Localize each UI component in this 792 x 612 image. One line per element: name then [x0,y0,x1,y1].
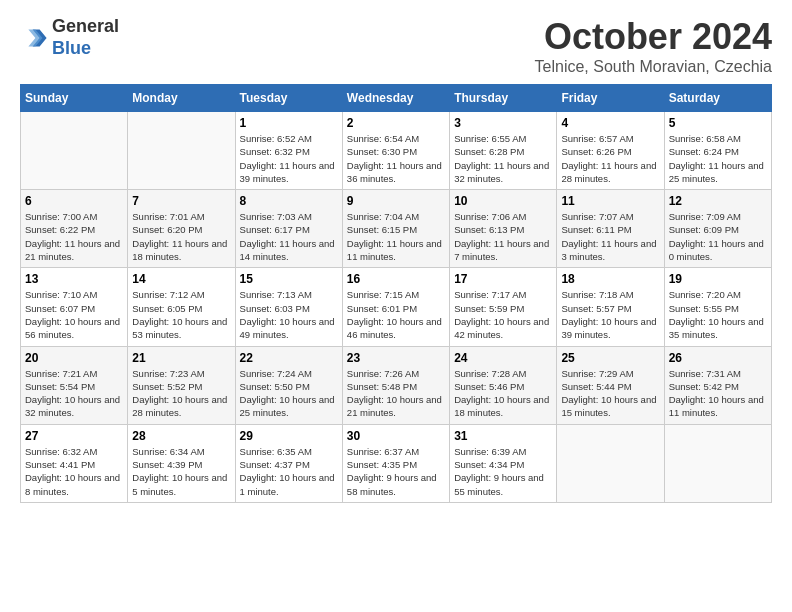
calendar-cell: 29Sunrise: 6:35 AM Sunset: 4:37 PM Dayli… [235,424,342,502]
day-info: Sunrise: 6:55 AM Sunset: 6:28 PM Dayligh… [454,132,552,185]
day-number: 11 [561,194,659,208]
day-info: Sunrise: 7:07 AM Sunset: 6:11 PM Dayligh… [561,210,659,263]
page-container: General Blue October 2024 Telnice, South… [0,0,792,519]
day-info: Sunrise: 7:26 AM Sunset: 5:48 PM Dayligh… [347,367,445,420]
day-info: Sunrise: 6:39 AM Sunset: 4:34 PM Dayligh… [454,445,552,498]
header: General Blue October 2024 Telnice, South… [20,16,772,76]
calendar-cell: 31Sunrise: 6:39 AM Sunset: 4:34 PM Dayli… [450,424,557,502]
calendar-cell: 19Sunrise: 7:20 AM Sunset: 5:55 PM Dayli… [664,268,771,346]
col-sunday: Sunday [21,85,128,112]
calendar-cell: 25Sunrise: 7:29 AM Sunset: 5:44 PM Dayli… [557,346,664,424]
calendar-cell: 5Sunrise: 6:58 AM Sunset: 6:24 PM Daylig… [664,112,771,190]
day-number: 6 [25,194,123,208]
day-info: Sunrise: 7:04 AM Sunset: 6:15 PM Dayligh… [347,210,445,263]
calendar-cell [21,112,128,190]
col-monday: Monday [128,85,235,112]
day-number: 16 [347,272,445,286]
day-info: Sunrise: 7:12 AM Sunset: 6:05 PM Dayligh… [132,288,230,341]
calendar-body: 1Sunrise: 6:52 AM Sunset: 6:32 PM Daylig… [21,112,772,503]
location-subtitle: Telnice, South Moravian, Czechia [535,58,772,76]
col-saturday: Saturday [664,85,771,112]
calendar-cell: 13Sunrise: 7:10 AM Sunset: 6:07 PM Dayli… [21,268,128,346]
day-number: 17 [454,272,552,286]
day-number: 25 [561,351,659,365]
logo-icon [20,24,48,52]
col-friday: Friday [557,85,664,112]
calendar-week-row: 20Sunrise: 7:21 AM Sunset: 5:54 PM Dayli… [21,346,772,424]
calendar-week-row: 6Sunrise: 7:00 AM Sunset: 6:22 PM Daylig… [21,190,772,268]
logo-text: General Blue [52,16,119,59]
day-info: Sunrise: 7:29 AM Sunset: 5:44 PM Dayligh… [561,367,659,420]
day-info: Sunrise: 7:13 AM Sunset: 6:03 PM Dayligh… [240,288,338,341]
day-info: Sunrise: 6:57 AM Sunset: 6:26 PM Dayligh… [561,132,659,185]
day-number: 7 [132,194,230,208]
day-number: 22 [240,351,338,365]
col-tuesday: Tuesday [235,85,342,112]
col-thursday: Thursday [450,85,557,112]
day-info: Sunrise: 7:28 AM Sunset: 5:46 PM Dayligh… [454,367,552,420]
day-info: Sunrise: 6:54 AM Sunset: 6:30 PM Dayligh… [347,132,445,185]
calendar-cell: 26Sunrise: 7:31 AM Sunset: 5:42 PM Dayli… [664,346,771,424]
day-number: 31 [454,429,552,443]
day-info: Sunrise: 7:21 AM Sunset: 5:54 PM Dayligh… [25,367,123,420]
calendar-cell [557,424,664,502]
day-number: 19 [669,272,767,286]
day-number: 21 [132,351,230,365]
calendar-cell: 30Sunrise: 6:37 AM Sunset: 4:35 PM Dayli… [342,424,449,502]
day-number: 23 [347,351,445,365]
calendar-cell: 27Sunrise: 6:32 AM Sunset: 4:41 PM Dayli… [21,424,128,502]
day-number: 29 [240,429,338,443]
calendar-cell: 8Sunrise: 7:03 AM Sunset: 6:17 PM Daylig… [235,190,342,268]
calendar-cell: 7Sunrise: 7:01 AM Sunset: 6:20 PM Daylig… [128,190,235,268]
day-number: 15 [240,272,338,286]
day-info: Sunrise: 7:03 AM Sunset: 6:17 PM Dayligh… [240,210,338,263]
day-info: Sunrise: 7:06 AM Sunset: 6:13 PM Dayligh… [454,210,552,263]
day-number: 24 [454,351,552,365]
day-number: 26 [669,351,767,365]
day-info: Sunrise: 7:00 AM Sunset: 6:22 PM Dayligh… [25,210,123,263]
day-number: 5 [669,116,767,130]
day-info: Sunrise: 6:32 AM Sunset: 4:41 PM Dayligh… [25,445,123,498]
calendar-cell: 12Sunrise: 7:09 AM Sunset: 6:09 PM Dayli… [664,190,771,268]
calendar-cell: 18Sunrise: 7:18 AM Sunset: 5:57 PM Dayli… [557,268,664,346]
calendar-cell [128,112,235,190]
title-block: October 2024 Telnice, South Moravian, Cz… [535,16,772,76]
calendar-cell: 11Sunrise: 7:07 AM Sunset: 6:11 PM Dayli… [557,190,664,268]
calendar-cell: 2Sunrise: 6:54 AM Sunset: 6:30 PM Daylig… [342,112,449,190]
day-info: Sunrise: 7:23 AM Sunset: 5:52 PM Dayligh… [132,367,230,420]
calendar-cell: 6Sunrise: 7:00 AM Sunset: 6:22 PM Daylig… [21,190,128,268]
day-number: 3 [454,116,552,130]
day-info: Sunrise: 6:52 AM Sunset: 6:32 PM Dayligh… [240,132,338,185]
calendar-cell: 3Sunrise: 6:55 AM Sunset: 6:28 PM Daylig… [450,112,557,190]
day-info: Sunrise: 7:01 AM Sunset: 6:20 PM Dayligh… [132,210,230,263]
day-number: 18 [561,272,659,286]
day-info: Sunrise: 7:20 AM Sunset: 5:55 PM Dayligh… [669,288,767,341]
calendar-week-row: 1Sunrise: 6:52 AM Sunset: 6:32 PM Daylig… [21,112,772,190]
day-number: 10 [454,194,552,208]
day-info: Sunrise: 7:09 AM Sunset: 6:09 PM Dayligh… [669,210,767,263]
day-number: 30 [347,429,445,443]
calendar-cell: 1Sunrise: 6:52 AM Sunset: 6:32 PM Daylig… [235,112,342,190]
day-info: Sunrise: 6:34 AM Sunset: 4:39 PM Dayligh… [132,445,230,498]
calendar-week-row: 13Sunrise: 7:10 AM Sunset: 6:07 PM Dayli… [21,268,772,346]
calendar-cell: 16Sunrise: 7:15 AM Sunset: 6:01 PM Dayli… [342,268,449,346]
calendar-cell: 15Sunrise: 7:13 AM Sunset: 6:03 PM Dayli… [235,268,342,346]
calendar-week-row: 27Sunrise: 6:32 AM Sunset: 4:41 PM Dayli… [21,424,772,502]
calendar-cell: 14Sunrise: 7:12 AM Sunset: 6:05 PM Dayli… [128,268,235,346]
day-info: Sunrise: 7:31 AM Sunset: 5:42 PM Dayligh… [669,367,767,420]
calendar-cell: 28Sunrise: 6:34 AM Sunset: 4:39 PM Dayli… [128,424,235,502]
day-info: Sunrise: 6:37 AM Sunset: 4:35 PM Dayligh… [347,445,445,498]
day-info: Sunrise: 6:58 AM Sunset: 6:24 PM Dayligh… [669,132,767,185]
day-number: 28 [132,429,230,443]
day-info: Sunrise: 7:18 AM Sunset: 5:57 PM Dayligh… [561,288,659,341]
day-number: 20 [25,351,123,365]
day-number: 2 [347,116,445,130]
calendar-cell: 22Sunrise: 7:24 AM Sunset: 5:50 PM Dayli… [235,346,342,424]
calendar-cell [664,424,771,502]
calendar-cell: 21Sunrise: 7:23 AM Sunset: 5:52 PM Dayli… [128,346,235,424]
calendar-header-row: Sunday Monday Tuesday Wednesday Thursday… [21,85,772,112]
col-wednesday: Wednesday [342,85,449,112]
calendar-cell: 9Sunrise: 7:04 AM Sunset: 6:15 PM Daylig… [342,190,449,268]
logo: General Blue [20,16,119,59]
calendar-cell: 10Sunrise: 7:06 AM Sunset: 6:13 PM Dayli… [450,190,557,268]
